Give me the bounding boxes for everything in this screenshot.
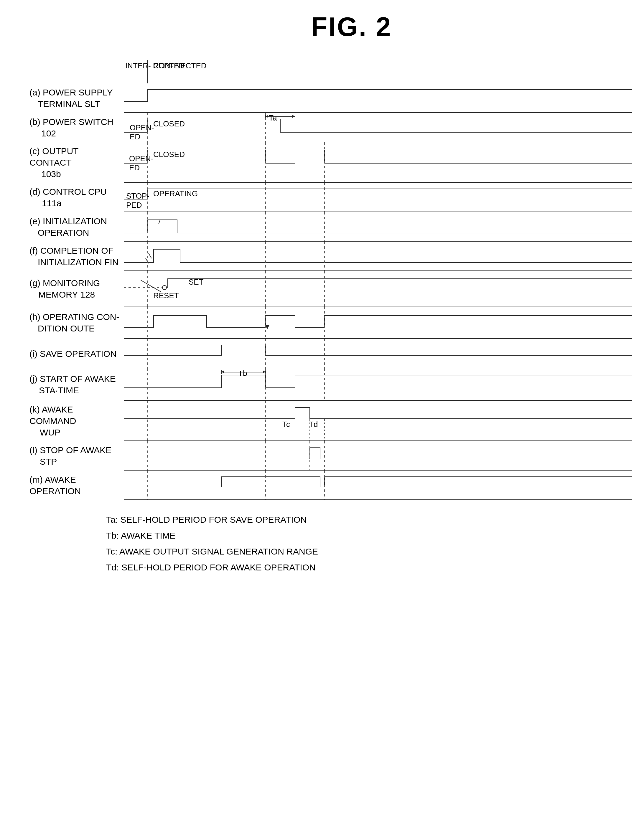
label-stopped: STOP-PED [126, 192, 149, 210]
signal-h: ▼ [124, 306, 632, 339]
row-a: (a) POWER SUPPLYTERMINAL SLT [30, 83, 632, 113]
page-title: FIG. 2 [12, 12, 632, 42]
row-j: (j) START OF AWAKESTA·TIME Tb [30, 368, 632, 401]
label-b: (b) POWER SWITCH102 [30, 113, 124, 142]
row-e: (e) INITIALIZATIONOPERATION [30, 212, 632, 242]
row-g: (g) MONITORINGMEMORY 128 RESET SET [30, 271, 632, 306]
row-b: (b) POWER SWITCH102 OPEN-ED CLOSED Ta [30, 113, 632, 142]
tb-timing-label: Tb [238, 369, 247, 378]
signal-g: RESET SET [124, 271, 632, 306]
legend-ta: Ta: SELF-HOLD PERIOD FOR SAVE OPERATION [106, 512, 632, 528]
td-timing-label: Td [309, 420, 318, 429]
signal-d: STOP-PED OPERATING [124, 183, 632, 212]
signal-j: Tb [124, 368, 632, 401]
label-a: (a) POWER SUPPLYTERMINAL SLT [30, 83, 124, 113]
label-open-ed1: OPEN-ED [130, 123, 154, 141]
legend: Ta: SELF-HOLD PERIOD FOR SAVE OPERATION … [106, 512, 632, 575]
label-m: (m) AWAKE OPERATION [30, 470, 124, 500]
row-c: (c) OUTPUT CONTACT103b OPEN-ED CLOSED [30, 142, 632, 183]
label-closed2: CLOSED [153, 150, 185, 159]
timing-diagram: INTER- RUPTED CON- NECTED (a) POWER SUPP… [30, 60, 632, 500]
label-reset: RESET [153, 291, 179, 300]
row-d: (d) CONTROL CPU111a STOP-PED OPERATING [30, 183, 632, 212]
ta-label: Ta [269, 113, 277, 123]
signal-l [124, 441, 632, 470]
signal-k: Tc Td [124, 401, 632, 441]
signal-i [124, 339, 632, 368]
signal-c: OPEN-ED CLOSED [124, 142, 632, 183]
label-c: (c) OUTPUT CONTACT103b [30, 142, 124, 183]
label-operating: OPERATING [153, 189, 198, 198]
row-k: (k) AWAKE COMMANDWUP Tc Td [30, 401, 632, 441]
signal-e [124, 212, 632, 242]
label-d: (d) CONTROL CPU111a [30, 183, 124, 212]
row-l: (l) STOP OF AWAKESTP [30, 441, 632, 470]
legend-tb: Tb: AWAKE TIME [106, 528, 632, 543]
header-row: INTER- RUPTED CON- NECTED [30, 60, 632, 83]
label-open-ed2: OPEN-ED [129, 154, 153, 173]
row-h: (h) OPERATING CON-DITION OUTE [30, 306, 632, 339]
label-h: (h) OPERATING CON-DITION OUTE [30, 306, 124, 339]
row-i: (i) SAVE OPERATION [30, 339, 632, 368]
label-f: (f) COMPLETION OFINITIALIZATION FIN [30, 242, 124, 271]
row-m: (m) AWAKE OPERATION [30, 470, 632, 500]
signal-f [124, 242, 632, 271]
header-connected: CON- NECTED [153, 61, 206, 70]
tc-timing-label: Tc [282, 420, 290, 429]
label-k: (k) AWAKE COMMANDWUP [30, 401, 124, 441]
signal-a [124, 83, 632, 113]
label-l: (l) STOP OF AWAKESTP [30, 441, 124, 470]
label-e: (e) INITIALIZATIONOPERATION [30, 212, 124, 242]
signal-b: OPEN-ED CLOSED Ta [124, 113, 632, 142]
label-j: (j) START OF AWAKESTA·TIME [30, 368, 124, 401]
signal-m [124, 470, 632, 500]
header-area: INTER- RUPTED CON- NECTED [124, 60, 632, 83]
label-i: (i) SAVE OPERATION [30, 339, 124, 368]
row-f: (f) COMPLETION OFINITIALIZATION FIN [30, 242, 632, 271]
legend-tc: Tc: AWAKE OUTPUT SIGNAL GENERATION RANGE [106, 543, 632, 559]
label-closed1: CLOSED [153, 119, 185, 128]
legend-td: Td: SELF-HOLD PERIOD FOR AWAKE OPERATION [106, 559, 632, 575]
label-set: SET [189, 277, 204, 287]
label-g: (g) MONITORINGMEMORY 128 [30, 271, 124, 306]
